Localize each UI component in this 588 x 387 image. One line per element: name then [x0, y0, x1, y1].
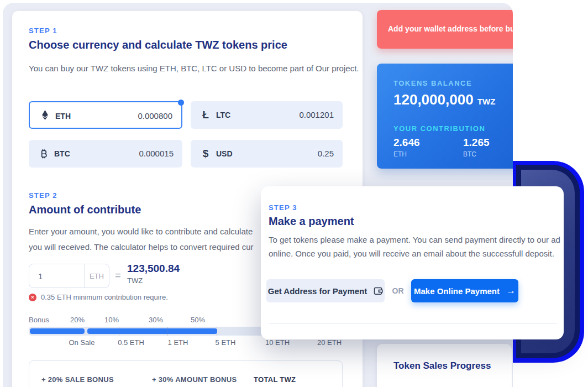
- get-address-button[interactable]: Get Address for Payment: [266, 279, 385, 302]
- ltc-icon: Ł: [200, 101, 212, 129]
- scale-label: 5 ETH: [208, 338, 243, 347]
- step2-title: Amount of contribute: [29, 203, 141, 216]
- online-payment-label: Make Online Payment: [414, 286, 500, 296]
- balance-unit: TWZ: [477, 97, 495, 106]
- currency-code: BTC: [54, 149, 70, 158]
- step3-description-line1: To get tokens please make a payment. You…: [269, 235, 560, 244]
- currency-tile-usd[interactable]: $ USD 0.25: [191, 140, 343, 168]
- btc-icon: [38, 140, 50, 168]
- selected-dot: [178, 100, 184, 106]
- bonus-progress-segment: [87, 328, 217, 334]
- contribution-value: 1.265: [463, 137, 490, 149]
- scale-label: 1 ETH: [161, 338, 195, 347]
- step3-description-line2: online. Once you paid, you will receive …: [269, 249, 554, 258]
- amount-input[interactable]: [29, 264, 84, 287]
- currency-tile-eth[interactable]: ETH 0.000800: [29, 101, 182, 129]
- wallet-alert-banner: Add your wallet address before bu: [377, 10, 513, 49]
- track-tick: [217, 327, 217, 336]
- step3-title: Make a payment: [269, 215, 354, 228]
- currency-rate: 0.25: [318, 149, 334, 158]
- contribution-value: 2.646: [393, 137, 420, 149]
- token-sales-progress-card: Token Sales Progress: [377, 344, 512, 387]
- eth-icon: [39, 102, 51, 128]
- step2-label: STEP 2: [29, 191, 57, 200]
- track-tick: [167, 327, 168, 336]
- make-online-payment-button[interactable]: Make Online Payment →: [411, 279, 518, 302]
- minimum-contribution-error: ✕ 0.35 ETH minimum contribution require.: [29, 293, 168, 301]
- bonus-tier-label: 20%: [65, 316, 90, 324]
- scale-label: 10 ETH: [260, 338, 295, 347]
- bonus-tier-label: 30%: [144, 316, 168, 324]
- bonus-summary-box: + 20% SALE BONUS + 30% AMOUNT BONUS TOTA…: [29, 360, 343, 387]
- make-payment-card: STEP 3 Make a payment To get tokens plea…: [261, 186, 564, 339]
- error-icon: ✕: [29, 294, 36, 301]
- currency-code: LTC: [216, 111, 230, 119]
- currency-code: USD: [216, 149, 233, 158]
- currency-rate: 0.000015: [139, 149, 174, 158]
- total-twz-label: TOTAL TWZ: [254, 375, 296, 384]
- step1-label: STEP 1: [29, 27, 57, 35]
- currency-tile-ltc[interactable]: Ł LTC 0.001201: [191, 101, 343, 129]
- amount-unit-label: ETH: [84, 264, 109, 287]
- arrow-right-icon: →: [506, 285, 516, 296]
- step2-description-line1: Enter your amount, you would like to con…: [29, 227, 253, 236]
- step2-description-line2: you will received. The calculator helps …: [29, 242, 254, 252]
- bonus-tier-label: 50%: [186, 316, 210, 324]
- scale-label: On Sale: [65, 338, 99, 347]
- bonus-progress-segment: [30, 328, 85, 334]
- tokens-balance-amount: 120,000,000 TWZ: [393, 91, 495, 108]
- wallet-icon: [374, 287, 383, 295]
- bonus-tier-label: 10%: [99, 316, 124, 324]
- scale-label: 20 ETH: [312, 338, 347, 347]
- contribution-eth: 2.646 ETH: [393, 137, 420, 158]
- tokens-balance-card: TOKENS BALANCE 120,000,000 TWZ YOUR CONT…: [377, 64, 513, 169]
- card-divider: [269, 323, 557, 324]
- or-separator: OR: [385, 279, 411, 302]
- bonus-label: Bonus: [29, 316, 49, 324]
- token-result-value: 123,500.84: [127, 263, 180, 275]
- step1-title: Choose currency and calculate TWZ tokens…: [29, 39, 287, 51]
- sale-bonus-label: + 20% SALE BONUS: [41, 375, 114, 384]
- equals-sign: =: [115, 270, 121, 281]
- contribution-currency: BTC: [463, 150, 490, 158]
- balance-value: 120,000,000: [393, 91, 474, 108]
- usd-icon: $: [200, 140, 212, 168]
- scale-label: 0.5 ETH: [114, 338, 148, 347]
- track-tick: [119, 327, 119, 336]
- amount-bonus-label: + 30% AMOUNT BONUS: [152, 375, 237, 384]
- step3-label: STEP 3: [269, 203, 297, 212]
- tokens-balance-label: TOKENS BALANCE: [393, 79, 472, 87]
- your-contribution-label: YOUR CONTRIBUTION: [393, 124, 485, 133]
- error-message: 0.35 ETH minimum contribution require.: [41, 293, 168, 301]
- alert-message: Add your wallet address before bu: [388, 24, 513, 33]
- token-sales-progress-title: Token Sales Progress: [393, 360, 491, 372]
- token-result-unit: TWZ: [127, 276, 143, 285]
- currency-rate: 0.001201: [299, 110, 334, 119]
- currency-rate: 0.000800: [138, 111, 172, 121]
- get-address-label: Get Address for Payment: [268, 286, 368, 296]
- amount-input-group: ETH: [29, 264, 109, 288]
- step1-description: You can buy our TWZ tokens using ETH, BT…: [29, 60, 363, 76]
- contribution-btc: 1.265 BTC: [463, 137, 490, 158]
- currency-code: ETH: [55, 112, 71, 121]
- currency-tile-btc[interactable]: BTC 0.000015: [29, 140, 182, 168]
- contribution-currency: ETH: [393, 150, 420, 158]
